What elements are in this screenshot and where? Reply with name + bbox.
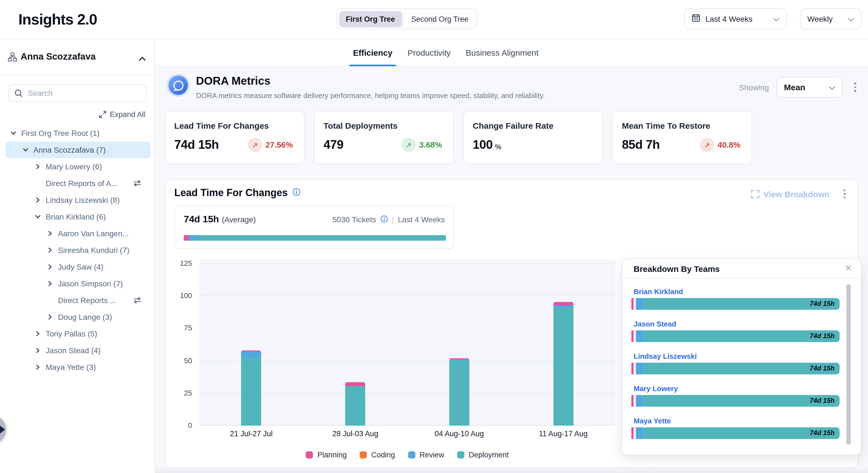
stacked-bar[interactable] (449, 358, 469, 426)
team-value: 74d 15h (810, 397, 835, 405)
sidebar-tree-item[interactable]: Jason Simpson (7) (0, 275, 150, 292)
team-row: Jason Stead74d 15h (622, 320, 861, 342)
average-label: (Average) (222, 215, 256, 224)
tab-productivity[interactable]: Productivity (408, 39, 451, 66)
chevron-down-icon[interactable] (21, 147, 30, 153)
y-tick-label: 50 (184, 356, 192, 365)
stacked-bar[interactable] (553, 302, 573, 426)
y-tick-label: 25 (184, 389, 192, 397)
chevron-right-icon[interactable] (33, 364, 42, 370)
team-name-link[interactable]: Maya Yette (633, 417, 671, 425)
chevron-right-icon[interactable] (33, 164, 42, 169)
view-breakdown-button[interactable]: View Breakdown (751, 189, 830, 199)
org-tree-option[interactable]: First Org Tree (339, 11, 402, 27)
sidebar-tree-item[interactable]: Brian Kirkland (6) (0, 208, 150, 225)
sidebar-tree-item[interactable]: Tony Pallas (5) (0, 325, 150, 342)
view-breakdown-label: View Breakdown (763, 189, 830, 199)
chevron-down-icon[interactable] (33, 214, 42, 219)
metric-cards: Lead Time For Changes74d 15h↗27.56%Total… (165, 111, 752, 164)
sidebar-tree-item[interactable]: Direct Reports ... (0, 292, 150, 309)
tab-business-alignment[interactable]: Business Alignment (466, 39, 539, 66)
chevron-right-icon[interactable] (33, 348, 42, 353)
tree-item-label: Sireesha Kunduri (7) (58, 246, 129, 255)
close-icon[interactable]: ✕ (845, 263, 852, 273)
chevron-right-icon[interactable] (45, 264, 55, 270)
metric-card: Lead Time For Changes74d 15h↗27.56% (165, 111, 305, 164)
chevron-up-icon[interactable] (138, 54, 146, 63)
legend-item: Deployment (457, 451, 509, 459)
sidebar-tree-item[interactable]: Direct Reports of A... (0, 175, 150, 191)
sidebar-tree-item[interactable]: First Org Tree Root (1) (0, 125, 150, 142)
review-segment (636, 330, 643, 342)
metric-card: Change Failure Rate100% (463, 111, 603, 164)
filter-icon[interactable] (133, 296, 142, 306)
metric-card-title: Mean Time To Restore (622, 121, 743, 130)
gridline (199, 328, 615, 328)
sidebar-search (8, 84, 147, 102)
org-tree: First Org Tree Root (1)Anna Scozzafava (… (0, 125, 155, 376)
legend-swatch (360, 451, 367, 459)
sidebar-tree-item[interactable]: Anna Scozzafava (7) (6, 142, 150, 158)
search-input[interactable] (28, 85, 139, 101)
planning-segment (631, 363, 633, 375)
scrollbar-thumb[interactable] (846, 284, 851, 445)
team-name-link[interactable]: Jason Stead (633, 320, 676, 328)
breakdown-header: Breakdown By Teams ✕ (622, 259, 861, 278)
info-icon[interactable] (292, 188, 300, 198)
planning-segment (631, 298, 633, 310)
team-stacked-bar: 74d 15h (631, 395, 840, 407)
team-name-link[interactable]: Brian Kirkland (633, 288, 683, 296)
panel-title: Lead Time For Changes (174, 187, 287, 199)
legend-label: Coding (371, 451, 395, 459)
expand-all-button[interactable]: Expand All (0, 110, 155, 119)
sidebar-tree-item[interactable]: Lindsay Liszewski (8) (0, 191, 150, 208)
sidebar-tree-item[interactable]: Maya Yette (3) (0, 359, 150, 376)
chevron-right-icon[interactable] (45, 231, 55, 236)
tree-item-label: Direct Reports of A... (45, 179, 118, 188)
deployment-segment: 74d 15h (643, 363, 840, 375)
tab-efficiency[interactable]: Efficiency (353, 39, 393, 66)
chevron-right-icon[interactable] (45, 281, 55, 286)
team-row: Lindsay Liszewski74d 15h (622, 352, 861, 375)
date-range-select[interactable]: Last 4 Weeks (684, 8, 787, 30)
sidebar-tree-item[interactable]: Aaron Van Langen... (0, 225, 150, 242)
review-segment (636, 395, 643, 407)
filter-icon[interactable] (133, 179, 142, 189)
team-row: Brian Kirkland74d 15h (622, 288, 861, 310)
x-tick-label: 11 Aug-17 Aug (521, 430, 605, 438)
team-name-link[interactable]: Lindsay Liszewski (633, 352, 697, 360)
sidebar-tree-item[interactable]: Sireesha Kunduri (7) (0, 242, 150, 259)
sidebar-tree-item[interactable]: Jason Stead (4) (0, 342, 150, 359)
chevron-right-icon[interactable] (45, 314, 55, 320)
sidebar-tree-item[interactable]: Mary Lowery (6) (0, 158, 150, 175)
dora-menu-button[interactable] (850, 81, 860, 94)
org-tree-option[interactable]: Second Org Tree (404, 11, 475, 27)
panel-menu-button[interactable] (840, 187, 849, 201)
info-icon[interactable] (380, 215, 388, 224)
gridline (199, 425, 615, 426)
y-tick-label: 0 (188, 421, 192, 430)
legend-item: Planning (306, 451, 347, 459)
divider (403, 13, 403, 25)
stacked-bar[interactable] (241, 350, 261, 426)
tree-item-label: Brian Kirkland (6) (45, 212, 106, 221)
metric-card: Total Deployments479↗3.68% (314, 111, 454, 164)
sidebar-tree-item[interactable]: Doug Lange (3) (0, 309, 150, 325)
chevron-right-icon[interactable] (33, 331, 42, 336)
stacked-bar[interactable] (345, 382, 365, 426)
chevron-down-icon (773, 14, 779, 24)
review-segment (636, 298, 643, 310)
deployment-segment (241, 358, 261, 426)
sidebar-tree-item[interactable]: Judy Saw (4) (0, 259, 150, 275)
chart-plot-area (199, 259, 615, 426)
chevron-right-icon[interactable] (33, 197, 42, 203)
average-value: 74d 15h (184, 214, 219, 225)
team-name-link[interactable]: Mary Lowery (633, 384, 678, 393)
team-stacked-bar: 74d 15h (631, 298, 840, 310)
granularity-select[interactable]: Weekly (800, 8, 861, 30)
chevron-down-icon[interactable] (9, 130, 18, 136)
chevron-right-icon[interactable] (45, 247, 55, 253)
sidebar-header[interactable]: Anna Scozzafava (0, 39, 155, 75)
tree-item-label: Direct Reports ... (58, 296, 116, 305)
showing-select[interactable]: Mean (777, 77, 842, 97)
